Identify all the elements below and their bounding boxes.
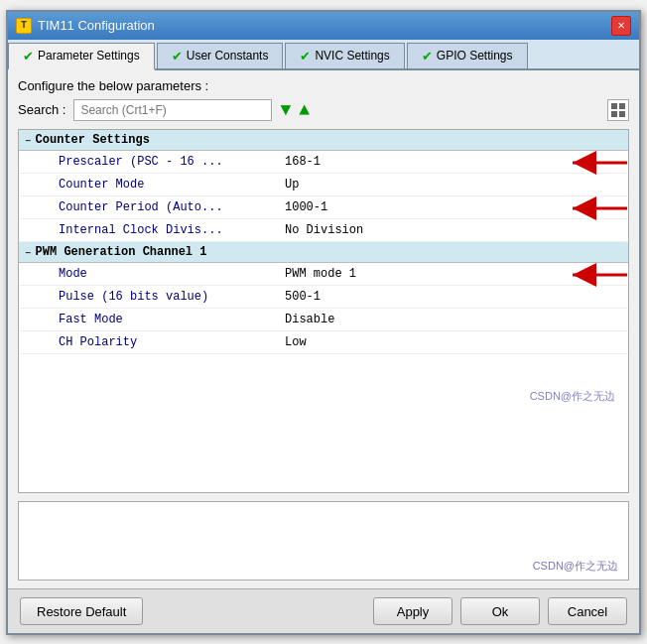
close-button[interactable]: ✕ [611, 16, 631, 36]
content-area: Configure the below parameters : Search … [8, 70, 639, 588]
arrow-up-icon[interactable]: ▲ [299, 101, 310, 119]
param-value[interactable]: 500-1 [277, 288, 628, 306]
param-name: Fast Mode [19, 311, 277, 328]
watermark-text: CSDN@作之无边 [533, 559, 618, 574]
param-name: Pulse (16 bits value) [19, 288, 277, 306]
table-row: Counter Period (Auto... 1000-1 [19, 196, 628, 219]
main-window: T TIM11 Configuration ✕ ✔ Parameter Sett… [6, 10, 641, 635]
footer-right: Apply Ok Cancel [373, 597, 627, 625]
search-label: Search : [18, 102, 65, 117]
param-value[interactable]: 1000-1 [277, 198, 628, 216]
search-row: Search : ▼ ▲ [18, 99, 629, 121]
tab-label: Parameter Settings [38, 49, 140, 63]
param-name: Prescaler (PSC - 16 ... [19, 153, 277, 171]
tab-parameter-settings[interactable]: ✔ Parameter Settings [8, 43, 155, 70]
tab-gpio-settings[interactable]: ✔ GPIO Settings [407, 43, 528, 68]
param-name: Counter Period (Auto... [19, 198, 277, 216]
param-table: – Counter Settings Prescaler (PSC - 16 .… [18, 129, 629, 493]
param-table-wrapper: – Counter Settings Prescaler (PSC - 16 .… [18, 129, 629, 493]
window-title: TIM11 Configuration [38, 18, 155, 33]
tab-check-icon: ✔ [422, 49, 433, 64]
tab-label: NVIC Settings [315, 49, 389, 63]
param-value[interactable]: No Division [277, 221, 628, 239]
section-toggle-icon: – [25, 134, 32, 146]
apply-button[interactable]: Apply [373, 597, 453, 625]
grid-view-icon[interactable] [607, 99, 629, 121]
restore-default-button[interactable]: Restore Default [20, 597, 143, 625]
table-row: Pulse (16 bits value) 500-1 [19, 286, 628, 309]
param-name: Mode [19, 265, 277, 283]
param-value[interactable]: Up [277, 176, 628, 193]
search-input[interactable] [73, 99, 272, 121]
param-value[interactable]: PWM mode 1 [277, 265, 628, 283]
arrow-down-icon[interactable]: ▼ [280, 101, 291, 119]
param-name: CH Polarity [19, 333, 277, 351]
title-bar-left: T TIM11 Configuration [16, 18, 155, 34]
param-name: Counter Mode [19, 176, 277, 193]
table-row: Internal Clock Divis... No Division [19, 219, 628, 242]
table-row: Mode PWM mode 1 [19, 263, 628, 286]
section-toggle-icon: – [25, 246, 32, 258]
title-bar: T TIM11 Configuration ✕ [8, 12, 639, 40]
param-value[interactable]: Disable [277, 311, 628, 328]
param-value[interactable]: 168-1 [277, 153, 628, 171]
ok-button[interactable]: Ok [460, 597, 540, 625]
tab-check-icon: ✔ [23, 49, 34, 64]
param-name: Internal Clock Divis... [19, 221, 277, 239]
window-icon: T [16, 18, 32, 34]
tab-user-constants[interactable]: ✔ User Constants [157, 43, 284, 68]
table-row: CH Polarity Low [19, 331, 628, 354]
table-row: Fast Mode Disable [19, 309, 628, 331]
svg-rect-2 [611, 111, 617, 117]
tab-nvic-settings[interactable]: ✔ NVIC Settings [285, 43, 404, 68]
bottom-empty-section: CSDN@作之无边 [18, 501, 629, 580]
section-pwm-channel1[interactable]: – PWM Generation Channel 1 [19, 242, 628, 263]
tab-bar: ✔ Parameter Settings ✔ User Constants ✔ … [8, 40, 639, 70]
svg-rect-0 [611, 103, 617, 109]
cancel-button[interactable]: Cancel [548, 597, 627, 625]
tab-label: User Constants [187, 49, 269, 63]
svg-rect-1 [619, 103, 625, 109]
svg-rect-3 [619, 111, 625, 117]
tab-check-icon: ✔ [172, 49, 183, 64]
tab-label: GPIO Settings [437, 49, 513, 63]
table-row: Counter Mode Up [19, 174, 628, 196]
section-counter-settings[interactable]: – Counter Settings [19, 130, 628, 151]
footer: Restore Default Apply Ok Cancel [8, 588, 639, 633]
tab-check-icon: ✔ [300, 49, 311, 64]
param-value[interactable]: Low [277, 333, 628, 351]
table-row: Prescaler (PSC - 16 ... 168-1 [19, 151, 628, 174]
section-title: PWM Generation Channel 1 [36, 245, 207, 259]
subtitle: Configure the below parameters : [18, 78, 629, 93]
section-title: Counter Settings [36, 133, 150, 147]
